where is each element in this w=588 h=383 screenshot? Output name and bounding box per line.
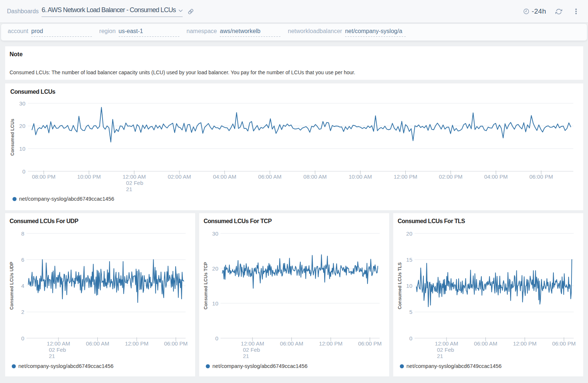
panel-consumed-lcus: Consumed LCUs 0102030Consumed LCUs08:00 …: [5, 83, 583, 210]
legend-item[interactable]: net/company-syslog/abcd6749ccac1456: [12, 196, 114, 202]
filter-label: region: [99, 28, 115, 35]
filter-value-input[interactable]: aws/networkelb: [220, 28, 281, 37]
dashboard-title-dropdown[interactable]: 6. AWS Network Load Balancer - Consumed …: [42, 7, 183, 17]
panel-consumed-lcus-tls: Consumed LCUs For TLS 05101520Consumed L…: [393, 213, 583, 376]
note-title: Note: [10, 51, 23, 58]
y-tick-label: 4: [21, 283, 24, 289]
x-tick-label: 10:00 PM: [77, 173, 101, 180]
time-range-label: -24h: [532, 7, 546, 15]
x-tick-label: 06:00 AM: [258, 173, 282, 180]
kebab-menu-icon[interactable]: [575, 8, 577, 14]
header-navigation: Dashboards 6. AWS Network Load Balancer …: [7, 0, 194, 23]
line-chart-consumed-lcus-udp[interactable]: 02468Consumed LCUs UDP12:00 AM02 Feb2106…: [5, 213, 195, 376]
legend-dot: [12, 197, 17, 201]
y-tick-label: 0: [21, 335, 24, 341]
line-chart-consumed-lcus-tcp[interactable]: 0102030Consumed LCUs TCP12:00 AM02 Feb21…: [199, 213, 389, 376]
dashboard-title: 6. AWS Network Load Balancer - Consumed …: [42, 6, 176, 14]
y-tick-label: 30: [212, 230, 218, 237]
x-axis-date-label: 02 Feb: [126, 180, 143, 186]
filter-value-input[interactable]: net/company-syslog/a: [345, 28, 406, 37]
x-tick-label: 12:00 AM: [435, 340, 458, 347]
x-tick-label: 06:00 PM: [164, 340, 187, 347]
legend-dot: [206, 364, 210, 368]
x-tick-label: 12:00 PM: [319, 340, 343, 347]
legend-dot: [400, 364, 404, 368]
filter-account: accountprod: [8, 28, 92, 37]
x-tick-label: 12:00 PM: [513, 340, 537, 347]
x-axis-date-label: 21: [437, 353, 443, 359]
x-tick-label: 12:00 AM: [241, 340, 264, 347]
y-axis-title: Consumed LCUs TLS: [397, 262, 402, 309]
x-axis-date-label: 02 Feb: [437, 347, 454, 353]
x-tick-label: 08:00 PM: [32, 173, 55, 180]
x-tick-label: 12:00 AM: [47, 340, 70, 347]
link-icon[interactable]: [187, 8, 194, 15]
data-series-line: [32, 107, 571, 142]
chevron-down-icon: [179, 10, 183, 12]
x-axis-date-label: 02 Feb: [49, 347, 66, 353]
x-tick-label: 06:00 AM: [280, 340, 303, 347]
y-tick-label: 10: [406, 283, 412, 289]
data-series-line: [416, 259, 572, 307]
x-axis-date-label: 21: [126, 186, 132, 192]
legend-item[interactable]: net/company-syslog/abcd6749ccac1456: [206, 363, 308, 369]
filter-value-input[interactable]: prod: [31, 28, 92, 37]
x-tick-label: 02:00 AM: [168, 173, 191, 180]
header-actions: -24h: [523, 0, 577, 23]
y-tick-label: 20: [212, 265, 218, 272]
legend-dot: [12, 364, 16, 368]
y-tick-label: 6: [21, 257, 24, 263]
filter-region: regionus-east-1: [99, 28, 179, 37]
x-tick-label: 06:00 AM: [474, 340, 497, 347]
filter-bar: accountprodregionus-east-1namespaceaws/n…: [1, 24, 587, 41]
refresh-icon[interactable]: [555, 8, 562, 15]
legend-label: net/company-syslog/abcd6749ccac1456: [406, 363, 502, 369]
x-tick-label: 06:00 AM: [86, 340, 109, 347]
panel-consumed-lcus-udp: Consumed LCUs For UDP 02468Consumed LCUs…: [5, 213, 195, 376]
data-series-line: [222, 255, 378, 288]
line-chart-consumed-lcus-tls[interactable]: 05101520Consumed LCUs TLS12:00 AM02 Feb2…: [393, 213, 583, 376]
y-tick-label: 20: [19, 123, 25, 129]
legend-item[interactable]: net/company-syslog/abcd6749ccac1456: [400, 363, 502, 369]
x-tick-label: 12:00 AM: [122, 173, 146, 180]
x-tick-label: 02:00 PM: [439, 173, 462, 180]
x-tick-label: 04:00 AM: [213, 173, 236, 180]
time-range-button[interactable]: -24h: [523, 7, 546, 15]
data-series-line: [28, 259, 184, 303]
note-body: Consumed LCUs: The number of load balanc…: [10, 69, 355, 75]
legend-item[interactable]: net/company-syslog/abcd6749ccac1456: [12, 363, 114, 369]
y-tick-label: 8: [21, 230, 24, 237]
y-tick-label: 0: [409, 335, 412, 341]
x-axis-date-label: 21: [49, 353, 55, 359]
filter-value-input[interactable]: us-east-1: [119, 28, 180, 37]
x-tick-label: 10:00 AM: [349, 173, 372, 180]
y-tick-label: 15: [406, 257, 412, 263]
breadcrumb-dashboards[interactable]: Dashboards: [7, 8, 39, 15]
y-tick-label: 2: [21, 309, 24, 315]
x-tick-label: 06:00 PM: [552, 340, 576, 347]
x-tick-label: 08:00 AM: [304, 173, 327, 180]
x-tick-label: 06:00 PM: [358, 340, 381, 347]
legend-label: net/company-syslog/abcd6749ccac1456: [19, 196, 114, 202]
y-tick-label: 5: [409, 309, 412, 315]
legend-label: net/company-syslog/abcd6749ccac1456: [212, 363, 308, 369]
x-tick-label: 06:00 PM: [529, 173, 553, 180]
clock-icon: [523, 8, 529, 14]
y-tick-label: 10: [19, 146, 25, 152]
x-axis-date-label: 02 Feb: [243, 347, 260, 353]
legend-label: net/company-syslog/abcd6749ccac1456: [18, 363, 114, 369]
y-tick-label: 20: [406, 230, 412, 237]
note-panel: Note Consumed LCUs: The number of load b…: [5, 46, 583, 80]
y-tick-label: 0: [215, 335, 218, 341]
filter-namespace: namespaceaws/networkelb: [187, 28, 281, 37]
x-axis-date-label: 21: [243, 353, 249, 359]
filter-label: namespace: [187, 28, 217, 35]
y-axis-title: Consumed LCUs TCP: [203, 262, 208, 309]
filter-networkloadbalancer: networkloadbalancernet/company-syslog/a: [288, 28, 406, 37]
line-chart-consumed-lcus[interactable]: 0102030Consumed LCUs08:00 PM10:00 PM12:0…: [5, 83, 583, 210]
y-axis-title: Consumed LCUs UDP: [9, 262, 14, 310]
panel-consumed-lcus-tcp: Consumed LCUs For TCP 0102030Consumed LC…: [199, 213, 389, 376]
y-axis-title: Consumed LCUs: [10, 119, 15, 156]
y-tick-label: 0: [22, 168, 25, 175]
y-tick-label: 30: [19, 100, 25, 107]
